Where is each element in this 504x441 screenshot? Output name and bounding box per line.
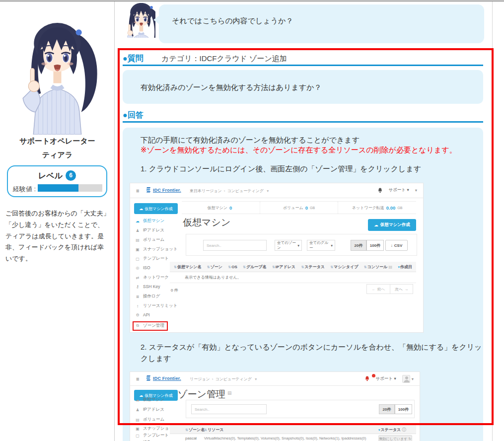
result-count: 0 件 bbox=[171, 288, 178, 293]
cloud-icon: ☁ bbox=[135, 398, 140, 402]
snapshot-icon: ▣ bbox=[135, 247, 140, 252]
arrow-left-icon: ← bbox=[371, 287, 375, 292]
zone-status-button: 無効にしています↻ bbox=[378, 435, 412, 441]
chat-panel-right-border bbox=[492, 1, 493, 441]
stat-network: ネットワーク転送0.00GB bbox=[338, 202, 416, 214]
question-underline bbox=[123, 65, 483, 66]
usage-stats-bar: 仮想マシン0 ボリューム0GB ネットワーク転送0.00GB bbox=[182, 201, 416, 214]
console2-menu-volume: ▤ボリューム bbox=[135, 417, 164, 423]
answer-header: ●回答 bbox=[123, 110, 144, 121]
caret-down-icon: ▾ bbox=[255, 377, 257, 381]
console1-menu-template: ▢テンプレート bbox=[135, 256, 169, 262]
console1-nav-right: サポート ▾ ▾ bbox=[378, 187, 417, 193]
caret-down-icon: ▾ bbox=[267, 189, 269, 193]
empty-table-message: 表示できる情報はありません。 bbox=[170, 272, 416, 283]
user-avatar-icon bbox=[402, 375, 410, 383]
idcf-logo: IDC Frontier. bbox=[146, 375, 181, 381]
console1-menu-sshkey: ⚷SSH Key bbox=[135, 284, 160, 289]
notification-badge bbox=[372, 374, 375, 377]
per-page-20-button: 20件 bbox=[351, 240, 366, 251]
console1-menu-log: ≣操作ログ bbox=[135, 294, 160, 299]
level-box: レベル6 経験値 : bbox=[7, 165, 107, 197]
cloud-icon: ☁ bbox=[374, 222, 378, 227]
console1-menu-network: ⇄ネットワーク bbox=[135, 275, 169, 281]
answer-label: ●回答 bbox=[123, 111, 144, 119]
caret-down-icon: ▾ bbox=[394, 376, 396, 381]
console2-filter-card: 20件 100件 bbox=[186, 400, 415, 418]
operation-log-icon: ≣ bbox=[135, 294, 140, 299]
level-label: レベル6 bbox=[8, 170, 106, 181]
question-label: ●質問 bbox=[123, 54, 144, 63]
answer-warning-text: ※ゾーンを無効化するためには、そのゾーンに存在する全リソースの削除が必要となりま… bbox=[141, 146, 457, 155]
ip-address-icon: ♟ bbox=[135, 228, 140, 233]
answer-step2-text: 2. ステータスが「有効」となっているゾーンのボタンにカーソルを合わせ、「無効に… bbox=[141, 341, 483, 364]
console-screenshot-1: ≡ IDC Frontier. 東日本リージョン›コンピューティング ▾ bbox=[130, 183, 423, 332]
chat-panel[interactable]: それではこちらの内容でしょうか？ ●質問 カテゴリ：IDCFクラウド ゾーン追加… bbox=[115, 1, 504, 441]
operator-portrait-image bbox=[6, 12, 108, 135]
bot-message-text: それではこちらの内容でしょうか？ bbox=[172, 16, 293, 26]
console1-menu-iso: ◎ISO bbox=[135, 265, 150, 270]
snapshot-icon: ▣ bbox=[135, 427, 140, 431]
breadcrumb: リージョン›コンピューティング ▾ bbox=[190, 376, 259, 382]
level-badge: 6 bbox=[66, 170, 76, 181]
console1-menu-volume: ▤ボリューム bbox=[135, 237, 164, 243]
answer-bubble: 下記の手順にて有効化済みのゾーンを無効化することができます ※ゾーンを無効化する… bbox=[123, 128, 483, 441]
sort-icon: ⇅ bbox=[174, 265, 177, 269]
search-input bbox=[203, 240, 267, 251]
bot-avatar bbox=[127, 3, 155, 38]
volume-icon: ▤ bbox=[135, 418, 140, 422]
ssh-key-icon: ⚷ bbox=[135, 285, 140, 289]
breadcrumb-separator-icon: › bbox=[212, 377, 214, 381]
sort-down-icon: ▾ bbox=[378, 428, 380, 432]
breadcrumb: 東日本リージョン›コンピューティング ▾ bbox=[190, 188, 271, 194]
user-menu: ▾ bbox=[402, 375, 414, 383]
create-vm-button-main: ☁ 仮想マシン作成 bbox=[368, 219, 416, 231]
next-page-button: 次へ→ bbox=[390, 284, 413, 294]
resource-limit-icon: ↕ bbox=[135, 304, 140, 308]
template-icon: ▢ bbox=[135, 257, 140, 261]
console1-menu-vm: ☁仮想マシン bbox=[135, 218, 164, 224]
ip-address-icon: ♟ bbox=[135, 408, 140, 412]
console1-menu-snapshot: ▣スナップショット bbox=[135, 246, 178, 252]
console2-page-title: ゾーン管理▤ bbox=[178, 388, 231, 401]
console2-menu-ip: ♟IPアドレス bbox=[135, 407, 164, 413]
bell-icon bbox=[378, 188, 382, 193]
console1-navbar: ≡ IDC Frontier. 東日本リージョン›コンピューティング ▾ bbox=[130, 183, 423, 198]
caret-down-icon: ▾ bbox=[297, 243, 299, 248]
console2-nav-right: サポート ▾ ▾ bbox=[365, 375, 414, 383]
idcf-logo-text: IDC Frontier. bbox=[153, 188, 181, 193]
sort-icon: ⇅ bbox=[243, 265, 246, 269]
operator-title: サポートオペレーター bbox=[0, 137, 115, 146]
zone-management-icon: ⧉ bbox=[135, 323, 140, 328]
zone-resources-cell: VirtualMachines(0), Templates(0), Volume… bbox=[204, 436, 366, 441]
arrow-right-icon: → bbox=[404, 287, 408, 292]
caret-down-icon: ▾ bbox=[331, 243, 333, 248]
sort-icon: ⇅ bbox=[301, 265, 304, 269]
doc-icon: ▤ bbox=[227, 390, 232, 395]
support-menu: サポート ▾ bbox=[388, 187, 409, 193]
user-menu-caret-icon: ▾ bbox=[415, 188, 417, 193]
answer-text: 下記の手順にて有効化済みのゾーンを無効化することができます bbox=[141, 136, 360, 145]
cloud-icon: ☁ bbox=[139, 207, 143, 211]
volume-icon: ▤ bbox=[135, 238, 140, 242]
console1-menu-api: ⚙API bbox=[135, 312, 150, 317]
console1-filter-card: 全てのゾーン▾ 全てのグルー▾ 20件 100件 ↓CSV bbox=[186, 234, 417, 256]
sort-icon: ⇅ bbox=[204, 428, 207, 432]
group-filter-select: 全てのグルー▾ bbox=[307, 240, 335, 251]
idcf-logo: IDC Frontier. bbox=[146, 187, 181, 193]
stat-volume: ボリューム0GB bbox=[260, 202, 338, 214]
question-bubble: 有効化済みのゾーンを無効化する方法はありますか？ bbox=[123, 70, 483, 104]
create-vm-button: ☁ 仮想マシン作成 bbox=[134, 203, 178, 214]
answer-underline bbox=[123, 121, 483, 123]
refresh-icon: ↻ bbox=[409, 437, 412, 441]
csv-export-button: ↓CSV bbox=[385, 240, 408, 251]
breadcrumb-separator-icon: › bbox=[224, 189, 225, 193]
per-page-100-button: 100件 bbox=[366, 240, 384, 251]
sort-icon: ⇅ bbox=[228, 265, 231, 269]
info-icon: ⓘ bbox=[402, 428, 406, 432]
cloud-icon: ☁ bbox=[135, 219, 140, 223]
prev-page-button: ←前へ bbox=[366, 284, 390, 294]
console2-navbar: ≡ IDC Frontier. リージョン›コンピューティング ▾ bbox=[130, 372, 420, 386]
sort-icon: ⇅ bbox=[364, 265, 367, 269]
sort-down-icon: ▾ bbox=[398, 265, 400, 269]
